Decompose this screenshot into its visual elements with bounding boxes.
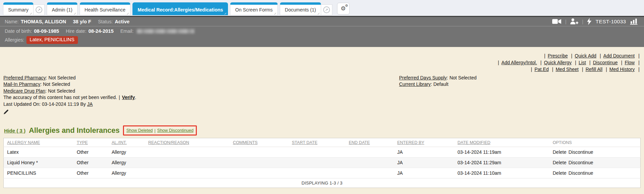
current-library-link[interactable]: Current Library [399, 81, 433, 87]
last-updated-by-link[interactable]: JA [87, 101, 92, 107]
preferred-days-supply-value: Not Selected [450, 75, 477, 80]
patient-banner-row-2: Date of birth: 08-09-1985 Hire date: 08-… [0, 27, 644, 35]
show-discontinued-link[interactable]: Show Discontinued [157, 128, 193, 133]
tab-label: Health Surveillance [85, 7, 126, 13]
delete-action[interactable]: Delete [553, 170, 566, 176]
cell-reaction [147, 168, 232, 178]
summary-popout-button[interactable]: ↗ [33, 4, 45, 15]
cell-start-date [291, 168, 348, 178]
cell-reaction [147, 147, 232, 157]
discontinue-link[interactable]: Discontinue [587, 60, 618, 65]
section-title: Allergies and Intolerances [29, 126, 120, 135]
add-person-icon[interactable] [570, 18, 578, 25]
med-sheet-link[interactable]: Med Sheet [550, 67, 579, 72]
mail-in-pharmacy-row: Mail-In PharmacyNot Selected [3, 81, 399, 88]
last-updated-row: Last Updated On: 03-14-2024 11:19 By JA [3, 101, 399, 108]
quick-add-link[interactable]: Quick Add [569, 53, 596, 58]
table-header-row: ALLERGY NAME TYPE AL./INT. REACTION/REAS… [4, 138, 641, 147]
add-allergy-intol-link[interactable]: Add Allergy/Intol. [496, 60, 537, 65]
med-history-link[interactable]: Med History [604, 67, 635, 72]
tab-bar: Summary ↗ Admin (1) Health Surveillance … [0, 0, 644, 16]
table-row: PENICILLINS Other Allergy JA 03-14-2024 … [4, 168, 641, 178]
col-end-date[interactable]: END DATE [348, 138, 396, 147]
cell-al-int: Allergy [110, 168, 147, 178]
pharmacy-info-right: Preferred Days SupplyNot Selected Curren… [399, 75, 477, 108]
cell-end-date [348, 147, 396, 157]
cell-type: Other [76, 147, 110, 157]
medicare-drug-plan-link[interactable]: Medicare Drug Plan [3, 88, 48, 94]
add-document-link[interactable]: Add Document [598, 53, 635, 58]
hire-date-label: Hire date: [66, 28, 86, 34]
quick-links-line-1: Prescribe Quick Add Add Document [3, 52, 640, 59]
tab-documents[interactable]: Documents (1) [280, 2, 321, 15]
prescribe-link[interactable]: Prescribe [542, 53, 568, 58]
tab-summary[interactable]: Summary [3, 2, 34, 15]
paging-status: DISPLAYING 1-3 / 3 [4, 178, 641, 188]
delete-action[interactable]: Delete [553, 149, 566, 155]
settings-button[interactable]: ⚙⚙ [337, 3, 350, 15]
mail-in-pharmacy-value: Not Selected [43, 81, 70, 87]
refill-all-link[interactable]: Refill All [580, 67, 602, 72]
cell-comments [232, 157, 291, 168]
patient-hire-date: 08-24-2015 [88, 28, 113, 34]
tab-medical-record-allergies-medications[interactable]: Medical Record:Allergies/Medications [132, 2, 228, 15]
allergies-badge[interactable]: Latex, PENICILLINS [26, 36, 78, 44]
patient-banner-row-3: Allergies: Latex, PENICILLINS [0, 35, 644, 47]
col-start-date[interactable]: START DATE [291, 138, 348, 147]
cell-options: DeleteDiscontinue [552, 168, 641, 178]
hide-section-link[interactable]: Hide ( 3 ) [4, 128, 25, 134]
preferred-days-supply-link[interactable]: Preferred Days Supply [399, 75, 450, 80]
documents-popout-button[interactable]: ↗ [321, 4, 332, 15]
cell-options: DeleteDiscontinue [552, 157, 641, 168]
last-updated-text: Last Updated On: 03-14-2024 11:19 By [3, 101, 86, 107]
col-allergy-name[interactable]: ALLERGY NAME [4, 138, 76, 147]
verify-link[interactable]: Verify [117, 95, 135, 100]
quick-links-line-2: Add Allergy/Intol. Quick Allergy List Di… [3, 59, 640, 66]
delete-action[interactable]: Delete [553, 160, 566, 165]
quick-links-line-3: Pat.Ed Med Sheet Refill All Med History [3, 66, 640, 73]
tab-on-screen-forms[interactable]: On Screen Forms [230, 2, 277, 15]
tab-label: Documents (1) [285, 7, 316, 13]
cell-comments [232, 168, 291, 178]
pat-ed-link[interactable]: Pat.Ed [529, 67, 549, 72]
tab-health-surveillance[interactable]: Health Surveillance [80, 2, 131, 15]
medicare-drug-plan-value: Not Selected [48, 88, 75, 94]
col-al-int[interactable]: AL./INT. [110, 138, 147, 147]
tab-admin[interactable]: Admin (1) [47, 2, 78, 15]
cell-reaction [147, 157, 232, 168]
col-type[interactable]: TYPE [76, 138, 110, 147]
col-entered-by[interactable]: ENTERED BY [396, 138, 456, 147]
col-options: OPTIONS [552, 138, 641, 147]
col-date-modified[interactable]: DATE MODIFIED [456, 138, 552, 147]
patient-banner-actions: TEST-10033 [552, 18, 639, 25]
show-deleted-link[interactable]: Show Deleted [126, 128, 153, 133]
table-row: Latex Other Allergy JA 03-14-2024 11:19a… [4, 147, 641, 157]
popout-arrow-icon: ↗ [36, 6, 42, 13]
list-link[interactable]: List [573, 60, 586, 65]
discontinue-action[interactable]: Discontinue [568, 170, 593, 176]
flow-link[interactable]: Flow [619, 60, 635, 65]
cell-type: Other [76, 157, 110, 168]
cell-start-date [291, 147, 348, 157]
tab-label: Admin (1) [52, 7, 72, 13]
quick-allergy-link[interactable]: Quick Allergy [538, 60, 572, 65]
col-reaction-reason[interactable]: REACTION/REASON [147, 138, 232, 147]
lightning-bolt-icon[interactable] [587, 18, 591, 25]
preferred-pharmacy-value: Not Selected [48, 75, 76, 80]
pencil-edit-icon[interactable] [3, 110, 9, 116]
cell-date-modified: 03-14-2024 11:19am [456, 147, 552, 157]
col-comments[interactable]: COMMENTS [232, 138, 291, 147]
video-camera-icon[interactable] [552, 19, 561, 24]
cell-start-date [291, 157, 348, 168]
discontinue-action[interactable]: Discontinue [568, 149, 593, 155]
mail-in-pharmacy-link[interactable]: Mail-In Pharmacy [3, 81, 43, 87]
cell-allergy-name: Liquid Honey * [4, 157, 76, 168]
cell-al-int: Allergy [110, 147, 147, 157]
discontinue-action[interactable]: Discontinue [568, 160, 593, 165]
allergies-section-header: Hide ( 3 ) Allergies and Intolerances Sh… [3, 125, 641, 136]
preferred-pharmacy-link[interactable]: Preferred Pharmacy [3, 75, 48, 80]
patient-name: THOMAS, ALLISON [21, 19, 66, 24]
bar-chart-icon[interactable] [630, 18, 638, 25]
allergies-label: Allergies: [5, 37, 24, 43]
patient-banner-row-1: Name: THOMAS, ALLISON 38 y/o F Status: A… [0, 17, 644, 26]
